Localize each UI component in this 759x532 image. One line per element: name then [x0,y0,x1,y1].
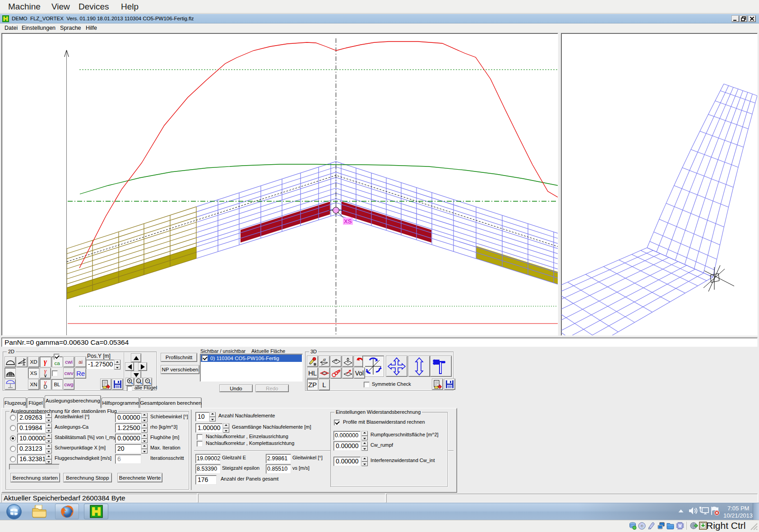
svg-text:XS: XS [344,218,352,225]
svg-text:α: α [323,356,326,362]
svg-text:1:1: 1:1 [137,380,141,383]
